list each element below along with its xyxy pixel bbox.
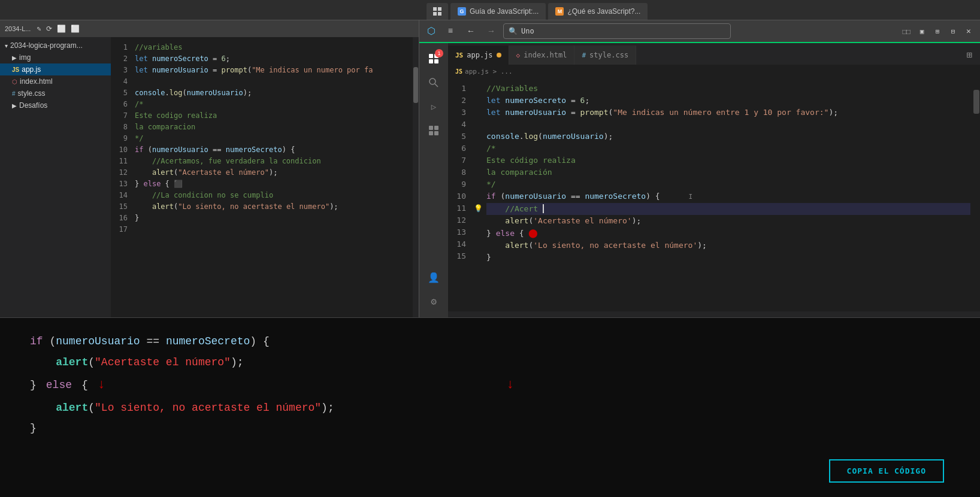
code-line-13: } else { ⬛ [135,178,410,190]
lightbulb-icon[interactable]: 💡 [472,202,484,214]
code-line-6: /* [135,99,410,110]
browser-tab-2[interactable]: M ¿Qué es JavaScript?... [548,3,648,20]
tab-js-icon: JS [455,51,463,59]
layout-icon-3[interactable]: ⊞ [931,25,944,38]
svg-point-8 [429,78,435,84]
tab2-label: ¿Qué es JavaScript?... [567,7,640,16]
svg-rect-12 [429,131,433,135]
sidebar-item-img[interactable]: ▶ img [0,51,111,63]
line-num-3: 3 [111,65,132,76]
rcode-line-11: //Acert [486,203,970,215]
rcode-line-12: alert('Acertaste el número'); [486,215,970,227]
code-line-7: Este codigo realiza [135,110,410,122]
sidebar-item-stylecss[interactable]: # style.css [0,87,111,99]
preview-line-5: } [30,419,950,438]
tab-indexhtml-label: index.html [524,51,567,59]
tab-stylecss[interactable]: # style.css [574,46,636,65]
breadcrumb-text: app.js > ... [465,68,512,75]
file-tree: ▾ 2034-logica-program... ▶ img JS app.js… [0,37,111,317]
search-icon: 🔍 [509,27,518,36]
layout-icons-group: ⬚⬚ ▣ ⊞ ⊟ ✕ [900,25,975,38]
forward-button[interactable]: → [483,23,500,40]
code-line-17 [135,224,410,235]
code-line-1: //variables [135,42,410,53]
right-code-content[interactable]: //Variables let numeroSecreto = 6; let n… [484,78,973,311]
folder-root[interactable]: ▾ 2034-logica-program... [0,40,111,51]
activity-account[interactable]: 👤 [423,267,444,289]
tab2-favicon: M [555,7,564,16]
tab-indexhtml[interactable]: ◇ index.html [509,46,575,65]
editor-tabs: JS app.js ◇ index.html # style.css ⊞ [448,43,980,65]
stylecss-label: style.css [18,89,46,98]
search-input[interactable] [521,27,725,35]
rcode-line-5: console.log(numeroUsuario); [486,131,970,143]
left-code-content[interactable]: //variables let numeroSecreto = 6; let n… [132,37,413,317]
svg-rect-7 [434,59,438,63]
svg-rect-2 [433,12,437,16]
vscode-topbar: ⬡ ≡ ← → 🔍 ⬚⬚ ▣ ⊞ ⊟ ✕ [419,20,980,43]
sidebar-item-desafios[interactable]: ▶ Desafíos [0,99,111,111]
line-num-6: 6 [111,99,132,110]
back-button[interactable]: ← [462,23,479,40]
layout-icon[interactable]: ⬜ [57,25,66,34]
copy-code-button[interactable]: COPIA EL CÓDIGO [829,459,944,483]
activity-extensions[interactable] [423,120,444,141]
badge: 1 [435,49,443,57]
activity-explorer[interactable]: 1 [423,48,444,69]
sidebar-item-indexhtml[interactable]: ⬡ index.html [0,75,111,87]
img-label: img [19,53,31,62]
desafios-label: Desafíos [19,101,47,110]
edit-icon[interactable]: ✎ [37,25,41,34]
line-num-12: 12 [111,167,132,178]
svg-rect-10 [429,126,433,130]
code-line-10: if (numeroUsuario == numeroSecreto) { [135,144,410,156]
activity-run[interactable]: ▷ [423,96,444,117]
svg-line-9 [435,84,438,87]
activity-search[interactable] [423,72,444,93]
rcode-line-8: la comparación [486,166,970,178]
css-icon: # [12,90,16,97]
tab1-favicon: G [458,7,466,16]
vscode-logo-icon: ⬡ [424,24,438,38]
js-icon: JS [12,66,19,73]
code-line-4 [135,76,410,87]
breadcrumb: JS app.js > ... [448,65,980,78]
refresh-icon[interactable]: ⟳ [46,25,52,34]
more-icon[interactable]: ⬜ [71,25,80,34]
hamburger-button[interactable]: ≡ [442,23,459,40]
right-scrollbar[interactable] [973,78,980,311]
modified-dot [497,53,501,57]
left-code-editor: 1 2 3 4 5 6 7 8 9 10 11 12 13 14 [111,37,419,317]
right-code-editor[interactable]: 1 2 3 4 5 6 7 8 9 10 11 12 13 [448,78,980,311]
tab-appjs-label: app.js [467,51,492,59]
left-title-text: 2034-L... [5,25,31,32]
line-num-17: 17 [111,224,132,235]
activity-settings[interactable]: ⚙ [423,291,444,313]
panel-toggle[interactable]: ⊞ [958,46,980,65]
tab-stylecss-label: style.css [589,51,628,59]
search-box[interactable]: 🔍 [503,23,731,39]
code-line-15: alert("Lo siento, no acertaste el numero… [135,201,410,213]
tab-css-icon: # [582,51,586,59]
layout-icon-4[interactable]: ⊟ [946,25,960,38]
rcode-line-3: let numeroUsuario = prompt("Me indicas u… [486,107,970,119]
tab-grid[interactable] [427,3,448,20]
svg-rect-0 [433,7,437,11]
tab-appjs[interactable]: JS app.js [448,46,509,65]
line-num-9: 9 [111,133,132,144]
browser-tab-1[interactable]: G Guía de JavaScript:... [450,3,546,20]
right-gutter: 💡 [472,78,484,311]
sidebar-item-appjs[interactable]: JS app.js [0,63,111,75]
rcode-line-6: /* [486,143,970,154]
layout-icon-1[interactable]: ⬚⬚ [900,25,913,38]
layout-icon-2[interactable]: ▣ [915,25,928,38]
left-scrollbar[interactable] [413,37,419,317]
chevron-right-icon: ▶ [12,54,17,61]
right-scrollbar-h[interactable] [448,311,980,317]
svg-rect-6 [429,59,433,63]
close-icon[interactable]: ✕ [962,25,975,38]
html-icon: ⬡ [12,78,17,85]
preview-line-2: alert("Acertaste el número"); [30,353,950,372]
arrow-down-1: ↓ [98,374,105,396]
tab1-label: Guía de JavaScript:... [470,7,539,16]
